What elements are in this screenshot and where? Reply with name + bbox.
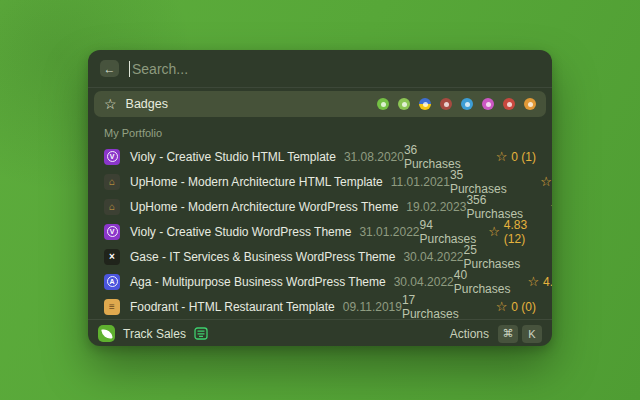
badge-icon (524, 98, 536, 110)
item-thumbnail-glyph: V (107, 151, 118, 162)
item-thumbnail-glyph: A (107, 276, 118, 287)
extension-label: Track Sales (123, 327, 186, 341)
badges-row-wrap: ☆ Badges (88, 88, 552, 119)
badge-icon (419, 98, 431, 110)
portfolio-item[interactable]: A Aga - Multipurpose Business WordPress … (88, 269, 552, 294)
item-date: 30.04.2022 (394, 275, 454, 289)
back-button[interactable]: ← (100, 60, 119, 77)
item-purchases: 36 Purchases (404, 143, 462, 171)
item-title: UpHome - Modern Architecture WordPress T… (130, 200, 398, 214)
item-rating: ☆0 (0) (474, 300, 536, 314)
star-icon: ☆ (496, 300, 508, 313)
star-icon: ☆ (496, 150, 508, 163)
portfolio-item[interactable]: ≡ Foodrant - HTML Restaurant Template 09… (88, 294, 552, 319)
item-rating: ☆0 (1) (474, 150, 536, 164)
item-thumbnail: × (104, 249, 120, 265)
search-bar: ← Search... (88, 50, 552, 88)
portfolio-item[interactable]: V Violy - Creative Studio HTML Template … (88, 144, 552, 169)
leaf-shape (101, 328, 112, 339)
item-title: Gase - IT Services & Business WordPress … (130, 250, 395, 264)
item-title: Violy - Creative Studio WordPress Theme (130, 225, 351, 239)
item-thumbnail: ⌂ (104, 174, 120, 190)
search-input[interactable]: Search... (132, 61, 188, 77)
envato-leaf-icon (98, 325, 115, 342)
badge-list (377, 98, 536, 110)
item-rating: ☆5 (5) (532, 250, 552, 264)
portfolio-item[interactable]: V Violy - Creative Studio WordPress Them… (88, 219, 552, 244)
item-thumbnail-glyph: × (109, 252, 115, 262)
star-icon: ☆ (540, 175, 552, 188)
item-purchases: 35 Purchases (450, 168, 507, 196)
shortcut-keys: ⌘ K (498, 325, 542, 343)
sales-terminal-icon (194, 327, 208, 340)
item-rating-value: 0 (1) (511, 150, 536, 164)
star-icon: ☆ (488, 225, 500, 238)
actions-button[interactable]: Actions (450, 327, 489, 341)
item-title: UpHome - Modern Architecture HTML Templa… (130, 175, 383, 189)
star-outline-icon: ☆ (104, 97, 117, 111)
item-rating: ☆4.83 (12) (488, 218, 550, 246)
badge-icon (482, 98, 494, 110)
section-title: My Portfolio (88, 119, 552, 144)
item-rating-value: 0 (0) (511, 300, 536, 314)
item-thumbnail: ⌂ (104, 199, 120, 215)
item-title: Foodrant - HTML Restaurant Template (130, 300, 335, 314)
item-thumbnail: V (104, 149, 120, 165)
item-date: 11.01.2021 (391, 175, 450, 189)
star-icon: ☆ (550, 200, 552, 213)
command-palette-window: ← Search... ☆ Badges My Portfolio V Viol… (88, 50, 552, 346)
item-thumbnail-glyph: ≡ (109, 302, 115, 312)
item-purchases: 356 Purchases (466, 193, 523, 221)
item-date: 31.08.2020 (344, 150, 404, 164)
item-title: Violy - Creative Studio HTML Template (130, 150, 336, 164)
item-thumbnail: V (104, 224, 120, 240)
portfolio-item[interactable]: ⌂ UpHome - Modern Architecture HTML Temp… (88, 169, 552, 194)
portfolio-item[interactable]: ⌂ UpHome - Modern Architecture WordPress… (88, 194, 552, 219)
item-thumbnail: A (104, 274, 120, 290)
item-rating-value: 4.83 (12) (504, 218, 550, 246)
item-thumbnail: ≡ (104, 299, 120, 315)
item-purchases: 40 Purchases (454, 268, 511, 296)
item-date: 09.11.2019 (343, 300, 402, 314)
item-rating: ☆0 (0) (519, 175, 552, 189)
badges-label: Badges (126, 97, 168, 111)
badge-icon (398, 98, 410, 110)
badge-icon (377, 98, 389, 110)
item-rating: ☆4.75 (8) (522, 275, 552, 289)
item-rating: ☆5 (17) (535, 200, 552, 214)
portfolio-item[interactable]: × Gase - IT Services & Business WordPres… (88, 244, 552, 269)
item-rating-value: 4.75 (8) (543, 275, 552, 289)
item-title: Aga - Multipurpose Business WordPress Th… (130, 275, 386, 289)
cmd-key[interactable]: ⌘ (498, 325, 518, 343)
badge-icon (440, 98, 452, 110)
footer: Track Sales Actions ⌘ K (88, 319, 552, 346)
item-purchases: 17 Purchases (402, 293, 462, 321)
item-purchases: 25 Purchases (464, 243, 521, 271)
back-arrow-icon: ← (104, 63, 116, 75)
badge-icon (461, 98, 473, 110)
item-thumbnail-glyph: ⌂ (109, 202, 115, 212)
item-thumbnail-glyph: ⌂ (109, 177, 115, 187)
item-purchases: 94 Purchases (420, 218, 477, 246)
item-thumbnail-glyph: V (107, 226, 118, 237)
badge-icon (503, 98, 515, 110)
item-date: 19.02.2023 (406, 200, 466, 214)
text-cursor (129, 61, 130, 77)
star-icon: ☆ (527, 275, 539, 288)
item-date: 30.04.2022 (403, 250, 463, 264)
badges-row[interactable]: ☆ Badges (94, 91, 546, 117)
k-key[interactable]: K (522, 325, 542, 343)
item-date: 31.01.2022 (359, 225, 419, 239)
